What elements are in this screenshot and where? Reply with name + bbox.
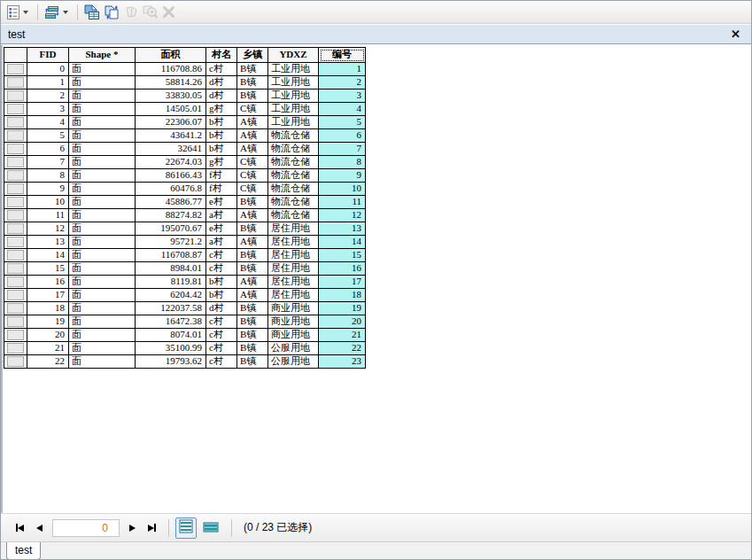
cell-village[interactable]: d村 xyxy=(206,302,237,315)
cell-fid[interactable]: 12 xyxy=(27,222,69,236)
cell-town[interactable]: C镇 xyxy=(237,183,268,196)
row-selector[interactable] xyxy=(4,143,27,156)
cell-fid[interactable]: 0 xyxy=(27,63,69,76)
show-all-records-button[interactable] xyxy=(175,517,197,539)
cell-area[interactable]: 22674.03 xyxy=(136,156,206,169)
related-tables-button[interactable] xyxy=(42,3,74,22)
cell-town[interactable]: A镇 xyxy=(237,276,268,289)
cell-number[interactable]: 11 xyxy=(319,196,366,209)
cell-town[interactable]: A镇 xyxy=(237,129,268,143)
cell-area[interactable]: 19793.62 xyxy=(136,355,206,369)
cell-village[interactable]: e村 xyxy=(206,222,237,236)
cell-ydxz[interactable]: 居住用地 xyxy=(268,262,319,276)
cell-town[interactable]: A镇 xyxy=(237,116,268,129)
column-header-town[interactable]: 乡镇 xyxy=(237,48,268,63)
cell-village[interactable]: f村 xyxy=(206,183,237,196)
row-selector[interactable] xyxy=(4,236,27,249)
current-record-input[interactable] xyxy=(52,519,120,537)
cell-village[interactable]: c村 xyxy=(206,249,237,262)
cell-shape[interactable]: 面 xyxy=(69,236,136,249)
cell-area[interactable]: 195070.67 xyxy=(136,222,206,236)
cell-shape[interactable]: 面 xyxy=(69,103,136,116)
cell-number[interactable]: 9 xyxy=(319,169,366,183)
previous-record-button[interactable] xyxy=(30,521,49,535)
cell-ydxz[interactable]: 物流仓储 xyxy=(268,169,319,183)
cell-fid[interactable]: 2 xyxy=(27,89,69,103)
row-selector[interactable] xyxy=(4,183,27,196)
cell-village[interactable]: c村 xyxy=(206,63,237,76)
cell-shape[interactable]: 面 xyxy=(69,76,136,89)
cell-town[interactable]: B镇 xyxy=(237,262,268,276)
cell-fid[interactable]: 10 xyxy=(27,196,69,209)
cell-shape[interactable]: 面 xyxy=(69,169,136,183)
cell-area[interactable]: 45886.77 xyxy=(136,196,206,209)
row-selector[interactable] xyxy=(4,89,27,103)
cell-fid[interactable]: 15 xyxy=(27,262,69,276)
cell-shape[interactable]: 面 xyxy=(69,196,136,209)
cell-number[interactable]: 19 xyxy=(319,302,366,315)
cell-village[interactable]: f村 xyxy=(206,169,237,183)
cell-number[interactable]: 13 xyxy=(319,222,366,236)
corner-header-cell[interactable] xyxy=(4,48,27,63)
cell-ydxz[interactable]: 商业用地 xyxy=(268,315,319,329)
row-selector[interactable] xyxy=(4,63,27,76)
cell-number[interactable]: 5 xyxy=(319,116,366,129)
cell-village[interactable]: b村 xyxy=(206,129,237,143)
cell-area[interactable]: 8119.81 xyxy=(136,276,206,289)
cell-fid[interactable]: 21 xyxy=(27,342,69,355)
cell-ydxz[interactable]: 物流仓储 xyxy=(268,196,319,209)
column-header-village[interactable]: 村名 xyxy=(206,48,237,63)
cell-town[interactable]: B镇 xyxy=(237,355,268,369)
row-selector[interactable] xyxy=(4,169,27,183)
row-selector[interactable] xyxy=(4,289,27,302)
cell-shape[interactable]: 面 xyxy=(69,249,136,262)
cell-town[interactable]: B镇 xyxy=(237,302,268,315)
cell-shape[interactable]: 面 xyxy=(69,222,136,236)
cell-shape[interactable]: 面 xyxy=(69,156,136,169)
column-header-shape[interactable]: Shape * xyxy=(69,48,136,63)
cell-ydxz[interactable]: 居住用地 xyxy=(268,222,319,236)
cell-area[interactable]: 116708.87 xyxy=(136,249,206,262)
delete-selected-button[interactable] xyxy=(160,3,177,22)
cell-fid[interactable]: 3 xyxy=(27,103,69,116)
cell-town[interactable]: B镇 xyxy=(237,249,268,262)
cell-number[interactable]: 4 xyxy=(319,103,366,116)
cell-area[interactable]: 43641.2 xyxy=(136,129,206,143)
clear-selection-button[interactable] xyxy=(122,3,141,22)
cell-town[interactable]: C镇 xyxy=(237,156,268,169)
cell-village[interactable]: c村 xyxy=(206,342,237,355)
cell-number[interactable]: 15 xyxy=(319,249,366,262)
select-by-attributes-button[interactable] xyxy=(81,3,102,22)
column-header-number[interactable]: 编号 xyxy=(319,48,366,63)
cell-fid[interactable]: 17 xyxy=(27,289,69,302)
cell-town[interactable]: B镇 xyxy=(237,76,268,89)
cell-village[interactable]: c村 xyxy=(206,315,237,329)
row-selector[interactable] xyxy=(4,342,27,355)
cell-village[interactable]: e村 xyxy=(206,196,237,209)
cell-ydxz[interactable]: 居住用地 xyxy=(268,236,319,249)
row-selector[interactable] xyxy=(4,315,27,329)
cell-number[interactable]: 6 xyxy=(319,129,366,143)
cell-shape[interactable]: 面 xyxy=(69,183,136,196)
cell-fid[interactable]: 7 xyxy=(27,156,69,169)
cell-ydxz[interactable]: 工业用地 xyxy=(268,63,319,76)
cell-village[interactable]: g村 xyxy=(206,103,237,116)
cell-shape[interactable]: 面 xyxy=(69,289,136,302)
cell-fid[interactable]: 13 xyxy=(27,236,69,249)
cell-number[interactable]: 20 xyxy=(319,315,366,329)
row-selector[interactable] xyxy=(4,276,27,289)
row-selector[interactable] xyxy=(4,329,27,342)
row-selector[interactable] xyxy=(4,355,27,369)
cell-number[interactable]: 18 xyxy=(319,289,366,302)
cell-number[interactable]: 12 xyxy=(319,209,366,222)
cell-shape[interactable]: 面 xyxy=(69,63,136,76)
cell-village[interactable]: c村 xyxy=(206,355,237,369)
cell-village[interactable]: b村 xyxy=(206,289,237,302)
cell-town[interactable]: A镇 xyxy=(237,143,268,156)
cell-fid[interactable]: 14 xyxy=(27,249,69,262)
cell-town[interactable]: B镇 xyxy=(237,329,268,342)
cell-ydxz[interactable]: 工业用地 xyxy=(268,116,319,129)
cell-number[interactable]: 22 xyxy=(319,342,366,355)
cell-fid[interactable]: 8 xyxy=(27,169,69,183)
cell-number[interactable]: 21 xyxy=(319,329,366,342)
